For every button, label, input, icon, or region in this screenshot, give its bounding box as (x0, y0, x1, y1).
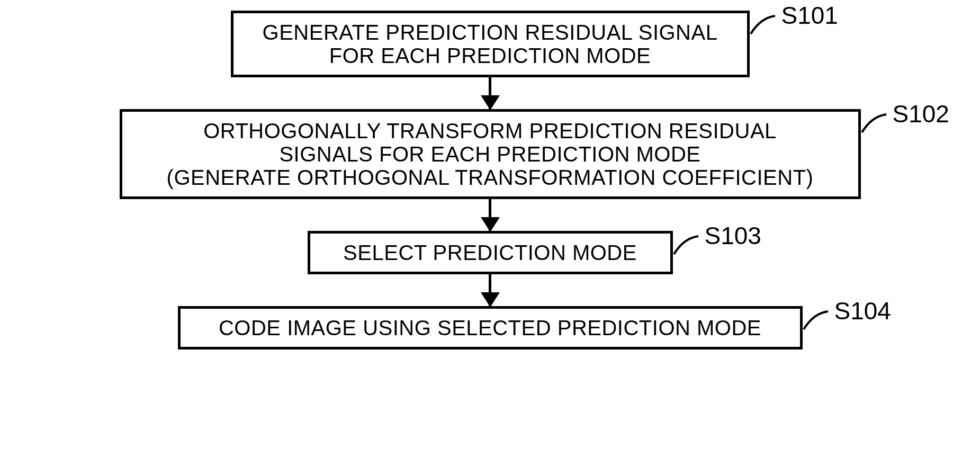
step-4-box: CODE IMAGE USING SELECTED PREDICTION MOD… (178, 306, 803, 350)
step-4-connector (803, 309, 834, 330)
step-2-connector (861, 112, 893, 133)
step-2: ORTHOGONALLY TRANSFORM PREDICTION RESIDU… (120, 109, 861, 199)
step-3: SELECT PREDICTION MODE S103 (308, 231, 673, 274)
step-3-label: S103 (705, 221, 761, 250)
step-3-box: SELECT PREDICTION MODE (308, 231, 673, 274)
step-3-connector (673, 234, 705, 255)
step-1-label: S101 (781, 1, 838, 30)
step-1-connector (750, 14, 781, 35)
step-2-label: S102 (893, 100, 949, 128)
arrow-2 (489, 199, 491, 231)
arrow-3 (489, 274, 491, 306)
flowchart: GENERATE PREDICTION RESIDUAL SIGNAL FOR … (120, 11, 861, 350)
step-1-box: GENERATE PREDICTION RESIDUAL SIGNAL FOR … (231, 11, 750, 77)
step-4-label: S104 (834, 297, 891, 325)
step-4: CODE IMAGE USING SELECTED PREDICTION MOD… (178, 306, 803, 350)
arrow-1 (489, 77, 491, 109)
step-2-box: ORTHOGONALLY TRANSFORM PREDICTION RESIDU… (120, 109, 861, 199)
step-1: GENERATE PREDICTION RESIDUAL SIGNAL FOR … (231, 11, 750, 77)
